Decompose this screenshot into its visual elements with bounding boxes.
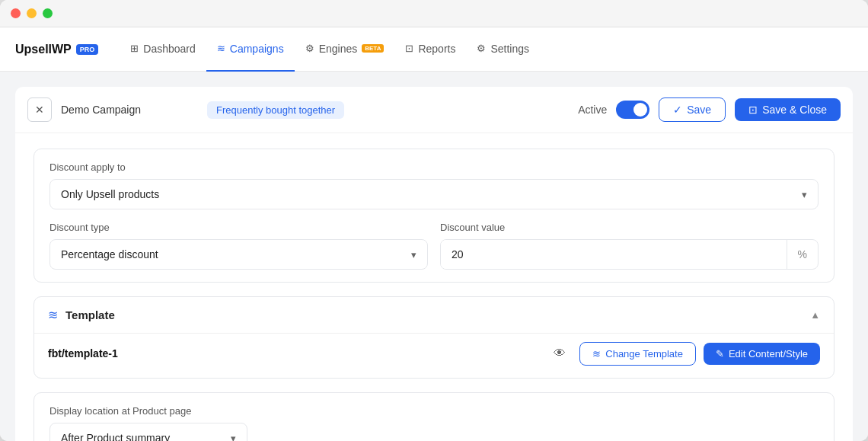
location-section: Display location at Product page After P… xyxy=(34,393,834,441)
discount-type-value: Percentage discount xyxy=(61,248,158,260)
campaigns-icon: ≋ xyxy=(217,43,225,54)
brand: UpsellWP PRO xyxy=(15,43,98,56)
save-close-button[interactable]: ⊡ Save & Close xyxy=(735,98,841,121)
discount-apply-label: Discount apply to xyxy=(49,161,819,173)
change-template-icon: ≋ xyxy=(592,348,601,360)
main-body: Discount apply to Only Upsell products ▾… xyxy=(15,133,853,441)
discount-type-label: Discount type xyxy=(49,222,428,233)
change-template-label: Change Template xyxy=(605,348,683,360)
discount-section: Discount apply to Only Upsell products ▾… xyxy=(34,149,834,283)
reports-icon: ⊡ xyxy=(405,43,413,54)
nav-engines-label: Engines xyxy=(319,43,358,55)
settings-icon: ⚙ xyxy=(477,43,486,54)
template-section-header: ≋ Template ▲ xyxy=(34,297,834,333)
pro-badge: PRO xyxy=(76,44,99,55)
display-location-section: Display location at Product page After P… xyxy=(34,392,834,441)
save-close-icon: ⊡ xyxy=(748,104,758,116)
nav-reports-label: Reports xyxy=(418,43,455,55)
discount-value-col: Discount value % xyxy=(440,222,819,270)
location-chevron-icon: ▾ xyxy=(231,433,236,442)
nav-campaigns[interactable]: ≋ Campaigns xyxy=(206,27,295,72)
nav-reports[interactable]: ⊡ Reports xyxy=(394,27,466,72)
brand-name: UpsellWP xyxy=(15,43,72,56)
chevron-down-icon: ▾ xyxy=(802,189,807,200)
change-template-button[interactable]: ≋ Change Template xyxy=(579,342,696,366)
minimize-button[interactable] xyxy=(27,8,37,18)
edit-content-style-button[interactable]: ✎ Edit Content/Style xyxy=(704,343,820,365)
nav-bar: UpsellWP PRO ⊞ Dashboard ≋ Campaigns ⚙ E… xyxy=(0,27,868,72)
edit-style-label: Edit Content/Style xyxy=(729,348,808,360)
close-campaign-button[interactable]: ✕ xyxy=(27,97,52,122)
template-title-row: ≋ Template xyxy=(48,308,115,322)
header-actions: Active ✓ Save ⊡ Save & Close xyxy=(578,97,841,122)
display-location-label: Display location at Product page xyxy=(49,405,819,417)
template-section: ≋ Template ▲ fbt/template-1 👁 ≋ Change T… xyxy=(34,296,834,379)
template-actions: 👁 ≋ Change Template ✎ Edit Content/Style xyxy=(547,341,820,366)
maximize-button[interactable] xyxy=(43,8,53,18)
close-button[interactable] xyxy=(11,8,21,18)
display-location-value: After Product summary xyxy=(61,432,170,441)
discount-type-select[interactable]: Percentage discount ▾ xyxy=(49,239,428,270)
save-label: Save xyxy=(687,104,711,116)
nav-dashboard-label: Dashboard xyxy=(143,43,196,55)
nav-campaigns-label: Campaigns xyxy=(230,43,284,55)
active-toggle[interactable] xyxy=(616,101,649,119)
discount-apply-select[interactable]: Only Upsell products ▾ xyxy=(49,179,819,209)
collapse-icon[interactable]: ▲ xyxy=(810,309,820,321)
discount-value-label: Discount value xyxy=(440,222,819,233)
display-location-select[interactable]: After Product summary ▾ xyxy=(49,423,247,441)
save-close-label: Save & Close xyxy=(762,104,827,116)
content-area: ✕ Frequently bought together Active ✓ Sa… xyxy=(0,72,868,441)
title-bar xyxy=(0,0,868,27)
discount-type-chevron-icon: ▾ xyxy=(411,249,416,260)
campaign-type-badge: Frequently bought together xyxy=(207,101,344,119)
active-label: Active xyxy=(578,104,607,116)
campaign-card: ✕ Frequently bought together Active ✓ Sa… xyxy=(15,87,853,441)
nav-settings[interactable]: ⚙ Settings xyxy=(466,27,540,72)
dashboard-icon: ⊞ xyxy=(130,43,139,54)
beta-badge: BETA xyxy=(362,44,384,53)
discount-value-input-wrapper: % xyxy=(440,239,819,270)
template-name: fbt/template-1 xyxy=(48,347,537,360)
campaign-header: ✕ Frequently bought together Active ✓ Sa… xyxy=(15,87,853,133)
save-check-icon: ✓ xyxy=(673,104,682,116)
nav-dashboard[interactable]: ⊞ Dashboard xyxy=(120,27,206,72)
template-body: fbt/template-1 👁 ≋ Change Template ✎ Edi… xyxy=(34,333,834,378)
preview-template-button[interactable]: 👁 xyxy=(547,341,572,366)
nav-engines[interactable]: ⚙ Engines BETA xyxy=(295,27,395,72)
nav-settings-label: Settings xyxy=(490,43,529,55)
engines-icon: ⚙ xyxy=(305,43,314,54)
discount-value-input[interactable] xyxy=(441,240,787,269)
discount-type-col: Discount type Percentage discount ▾ xyxy=(49,222,428,270)
save-button[interactable]: ✓ Save xyxy=(659,97,726,122)
discount-apply-value: Only Upsell products xyxy=(61,188,159,200)
discount-row: Discount type Percentage discount ▾ Disc… xyxy=(34,222,834,282)
edit-style-icon: ✎ xyxy=(716,348,724,360)
discount-suffix: % xyxy=(787,240,818,269)
campaign-name-input[interactable] xyxy=(61,104,198,116)
template-section-title: Template xyxy=(65,308,115,321)
layers-icon: ≋ xyxy=(48,308,58,322)
discount-top: Discount apply to Only Upsell products ▾ xyxy=(34,149,834,222)
